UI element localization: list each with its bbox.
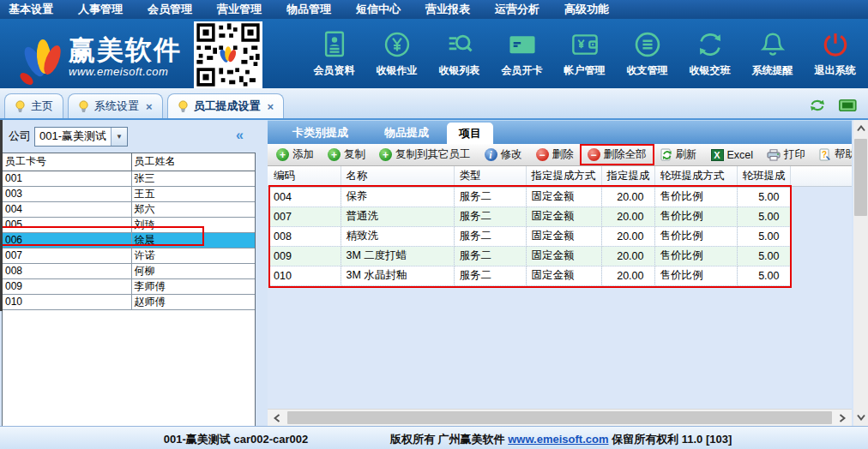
commission-row[interactable]: 0103M 水晶封釉服务二固定金额20.00售价比例5.00 — [268, 266, 790, 285]
commission-tab[interactable]: 物品提成 — [366, 121, 447, 144]
copy-to-others-icon: + — [379, 148, 392, 161]
commission-tab[interactable]: 项目 — [447, 123, 493, 144]
commission-row[interactable]: 0093M 二度打蜡服务二固定金额20.00售价比例5.00 — [268, 246, 790, 266]
commission-column-header[interactable]: 名称 — [341, 166, 454, 187]
header-quick-toolbar: 会员资料 收银作业 收银列表 会员开卡 帐户管理 收支管理 收银交班 系统提醒 … — [303, 29, 866, 78]
menu-item-3[interactable]: 会员管理 — [148, 2, 192, 17]
commission-table-header: 编码名称类型指定提成方式指定提成轮班提成方式轮班提成 — [268, 166, 790, 187]
commission-row[interactable]: 007普通洗服务二固定金额20.00售价比例5.00 — [268, 207, 790, 226]
add-icon: + — [276, 148, 289, 161]
refresh-button[interactable]: 刷新 — [654, 146, 703, 164]
employee-column-header[interactable]: 员工卡号 — [3, 153, 131, 171]
shift-change-icon — [696, 29, 724, 60]
menu-item-8[interactable]: 运营分析 — [495, 2, 539, 17]
copy-icon: + — [328, 148, 341, 161]
menu-item-2[interactable]: 人事管理 — [78, 2, 123, 17]
modify-button[interactable]: i 修改 — [479, 146, 528, 164]
horizontal-scroll-thumb[interactable] — [287, 411, 832, 424]
quick-toolbar-item[interactable]: 退出系统 — [804, 29, 866, 78]
quick-toolbar-label: 系统提醒 — [752, 63, 793, 78]
add-button[interactable]: + 添加 — [270, 146, 320, 164]
commission-panel: 卡类别提成物品提成项目 + 添加 + 复制 + 复制到其它员工 i 修改 − 删… — [268, 120, 852, 426]
close-icon[interactable]: × — [146, 100, 153, 113]
quick-toolbar-item[interactable]: 系统提醒 — [741, 29, 804, 78]
header-band: 赢美软件 www.emeisoft.com — [0, 19, 868, 88]
menu-item-6[interactable]: 短信中心 — [356, 2, 401, 17]
employee-row[interactable]: 001张三 — [3, 171, 255, 186]
menu-item-7[interactable]: 营业报表 — [425, 2, 470, 17]
delete-button[interactable]: − 删除 — [530, 146, 580, 164]
excel-button[interactable]: X Excel — [705, 146, 760, 164]
document-tab-bar: 主页 系统设置 × 员工提成设置 × — [0, 88, 868, 120]
employee-column-header[interactable]: 员工姓名 — [131, 153, 255, 171]
horizontal-scrollbar[interactable] — [268, 409, 852, 426]
vertical-scrollbar[interactable] — [853, 120, 868, 426]
commission-tabs: 卡类别提成物品提成项目 — [268, 120, 852, 144]
employee-row[interactable]: 007许诺 — [3, 248, 255, 263]
copy-button[interactable]: + 复制 — [322, 146, 371, 164]
quick-toolbar-item[interactable]: 收支管理 — [616, 29, 678, 78]
commission-row[interactable]: 004保养服务二固定金额20.00售价比例5.00 — [268, 187, 790, 207]
employee-row[interactable]: 006徐晨 — [3, 232, 255, 248]
employee-row[interactable]: 003王五 — [3, 186, 255, 201]
employee-row[interactable]: 004郑六 — [3, 201, 255, 217]
document-tabs: 主页 系统设置 × 员工提成设置 × — [4, 93, 284, 118]
copyright-prefix: 版权所有 广州赢美软件 — [390, 433, 508, 446]
company-select[interactable]: 001-赢美测试 ▼ — [34, 127, 128, 147]
commission-column-header[interactable]: 轮班提成 — [737, 166, 790, 187]
menu-item-5[interactable]: 物品管理 — [286, 2, 331, 17]
scroll-right-icon[interactable] — [835, 411, 849, 425]
member-profile-icon — [322, 29, 347, 60]
quick-toolbar-item[interactable]: 收银列表 — [428, 29, 491, 78]
vertical-scroll-thumb[interactable] — [854, 139, 867, 216]
excel-icon: X — [711, 149, 724, 161]
commission-tab[interactable]: 卡类别提成 — [274, 121, 366, 144]
menu-item-1[interactable]: 基本设置 — [9, 2, 53, 17]
brand-url: www.emeisoft.com — [69, 65, 182, 79]
quick-toolbar-label: 收银列表 — [439, 63, 480, 78]
quick-toolbar-item[interactable]: 会员资料 — [303, 29, 365, 78]
commission-column-header[interactable]: 轮班提成方式 — [654, 166, 737, 187]
scroll-left-icon[interactable] — [270, 411, 284, 425]
document-tab[interactable]: 主页 — [4, 93, 63, 118]
quick-toolbar-item[interactable]: 帐户管理 — [553, 29, 616, 78]
brand-name: 赢美软件 — [69, 36, 182, 65]
toolbar-button-label: 帮助 — [835, 147, 852, 162]
employee-table-header: 员工卡号员工姓名 — [3, 153, 255, 171]
refresh-icon — [660, 148, 672, 161]
quick-toolbar-item[interactable]: 会员开卡 — [491, 29, 553, 78]
employee-row[interactable]: 005刘琦 — [3, 217, 255, 232]
screen-battery-icon[interactable] — [839, 99, 858, 111]
commission-column-header[interactable]: 指定提成方式 — [526, 166, 601, 187]
employee-row[interactable]: 008何柳 — [3, 263, 255, 278]
commission-column-header[interactable]: 类型 — [454, 166, 526, 187]
close-icon[interactable]: × — [268, 100, 274, 113]
copyright-link[interactable]: www.emeisoft.com — [508, 433, 608, 446]
copy-to-others-button[interactable]: + 复制到其它员工 — [373, 146, 477, 164]
print-button[interactable]: 打印 — [761, 146, 811, 164]
commission-row[interactable]: 008精致洗服务二固定金额20.00售价比例5.00 — [268, 226, 790, 246]
delete-all-button[interactable]: − 删除全部 — [582, 146, 653, 164]
document-tab-label: 员工提成设置 — [194, 99, 261, 114]
employee-row[interactable]: 010赵师傅 — [3, 294, 255, 309]
collapse-panel-button[interactable]: « — [236, 128, 244, 143]
qr-code — [194, 21, 262, 88]
window-left-edge — [0, 88, 3, 311]
document-tab[interactable]: 系统设置 × — [68, 93, 163, 118]
sync-refresh-icon[interactable] — [810, 99, 825, 112]
menu-item-9[interactable]: 高级功能 — [564, 2, 609, 17]
commission-column-header[interactable]: 编码 — [268, 166, 341, 187]
help-button[interactable]: ? 帮助 — [813, 146, 852, 164]
commission-column-header[interactable]: 指定提成 — [601, 166, 654, 187]
document-tab[interactable]: 员工提成设置 × — [167, 93, 285, 118]
toolbar-button-label: 删除 — [552, 147, 574, 162]
employee-table: 员工卡号员工姓名 001张三003王五004郑六005刘琦006徐晨007许诺0… — [3, 153, 255, 310]
quick-toolbar-item[interactable]: 收银交班 — [678, 29, 741, 78]
quick-toolbar-item[interactable]: 收银作业 — [365, 29, 428, 78]
menu-item-4[interactable]: 营业管理 — [217, 2, 262, 17]
scroll-up-icon[interactable] — [853, 122, 868, 135]
chevron-down-icon[interactable]: ▼ — [111, 128, 127, 146]
company-selector-row: 公司 001-赢美测试 ▼ « — [0, 120, 257, 153]
employee-row[interactable]: 009李师傅 — [3, 278, 255, 294]
scroll-down-icon[interactable] — [853, 410, 868, 424]
